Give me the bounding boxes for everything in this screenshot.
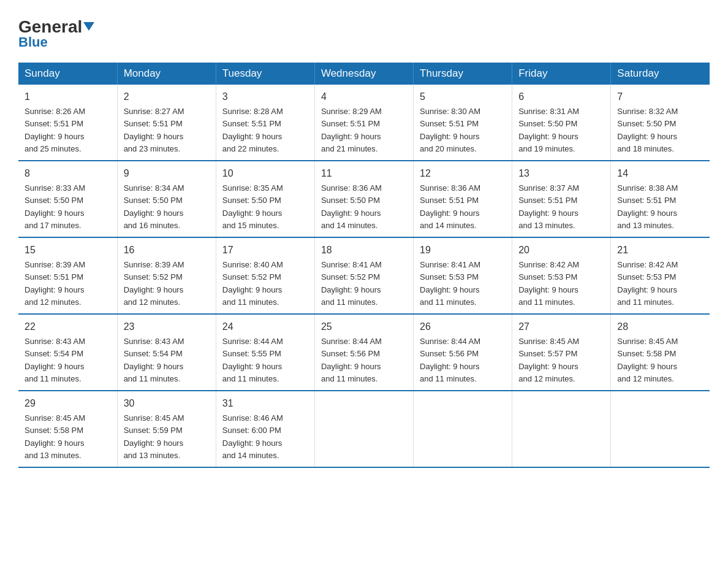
calendar-cell: 10Sunrise: 8:35 AMSunset: 5:50 PMDayligh… xyxy=(216,161,314,237)
header-monday: Monday xyxy=(117,63,216,85)
day-number: 24 xyxy=(222,320,308,334)
header-saturday: Saturday xyxy=(611,63,710,85)
day-number: 23 xyxy=(124,320,210,334)
day-info: Sunrise: 8:31 AMSunset: 5:50 PMDaylight:… xyxy=(518,107,579,153)
day-info: Sunrise: 8:37 AMSunset: 5:51 PMDaylight:… xyxy=(518,183,579,230)
calendar-cell: 31Sunrise: 8:46 AMSunset: 6:00 PMDayligh… xyxy=(216,391,314,467)
day-number: 4 xyxy=(321,90,407,104)
calendar-cell: 6Sunrise: 8:31 AMSunset: 5:50 PMDaylight… xyxy=(512,85,611,161)
day-info: Sunrise: 8:27 AMSunset: 5:51 PMDaylight:… xyxy=(124,107,184,153)
day-info: Sunrise: 8:42 AMSunset: 5:53 PMDaylight:… xyxy=(518,260,579,307)
day-number: 9 xyxy=(124,166,210,181)
day-number: 13 xyxy=(518,166,604,181)
day-number: 16 xyxy=(124,243,210,258)
calendar-cell: 3Sunrise: 8:28 AMSunset: 5:51 PMDaylight… xyxy=(216,85,314,161)
calendar-cell: 19Sunrise: 8:41 AMSunset: 5:53 PMDayligh… xyxy=(414,237,512,314)
day-number: 5 xyxy=(420,90,506,104)
day-info: Sunrise: 8:34 AMSunset: 5:50 PMDaylight:… xyxy=(124,183,184,230)
logo-blue: Blue xyxy=(18,34,48,50)
day-number: 7 xyxy=(617,90,703,104)
calendar-cell: 1Sunrise: 8:26 AMSunset: 5:51 PMDaylight… xyxy=(18,85,117,161)
calendar-cell: 17Sunrise: 8:40 AMSunset: 5:52 PMDayligh… xyxy=(216,237,314,314)
calendar-cell: 30Sunrise: 8:45 AMSunset: 5:59 PMDayligh… xyxy=(117,391,216,467)
day-number: 2 xyxy=(124,90,210,104)
day-number: 19 xyxy=(420,243,506,258)
day-info: Sunrise: 8:40 AMSunset: 5:52 PMDaylight:… xyxy=(222,260,283,307)
day-number: 28 xyxy=(617,320,703,334)
day-info: Sunrise: 8:32 AMSunset: 5:50 PMDaylight:… xyxy=(617,107,678,153)
day-info: Sunrise: 8:39 AMSunset: 5:51 PMDaylight:… xyxy=(25,260,85,307)
day-info: Sunrise: 8:41 AMSunset: 5:52 PMDaylight:… xyxy=(321,260,382,307)
week-row-3: 15Sunrise: 8:39 AMSunset: 5:51 PMDayligh… xyxy=(18,237,710,314)
day-info: Sunrise: 8:29 AMSunset: 5:51 PMDaylight:… xyxy=(321,107,382,153)
calendar-cell: 4Sunrise: 8:29 AMSunset: 5:51 PMDaylight… xyxy=(314,85,413,161)
calendar-cell: 8Sunrise: 8:33 AMSunset: 5:50 PMDaylight… xyxy=(18,161,117,237)
week-row-2: 8Sunrise: 8:33 AMSunset: 5:50 PMDaylight… xyxy=(18,161,710,237)
day-number: 1 xyxy=(25,90,111,104)
calendar-cell xyxy=(314,391,413,467)
logo-general: General xyxy=(18,18,94,36)
calendar-cell: 18Sunrise: 8:41 AMSunset: 5:52 PMDayligh… xyxy=(314,237,413,314)
day-number: 27 xyxy=(518,320,604,334)
day-info: Sunrise: 8:36 AMSunset: 5:50 PMDaylight:… xyxy=(321,183,382,230)
calendar-cell: 29Sunrise: 8:45 AMSunset: 5:58 PMDayligh… xyxy=(18,391,117,467)
week-row-5: 29Sunrise: 8:45 AMSunset: 5:58 PMDayligh… xyxy=(18,391,710,467)
calendar-cell: 24Sunrise: 8:44 AMSunset: 5:55 PMDayligh… xyxy=(216,314,314,391)
day-number: 3 xyxy=(222,90,308,104)
calendar-cell xyxy=(611,391,710,467)
day-info: Sunrise: 8:35 AMSunset: 5:50 PMDaylight:… xyxy=(222,183,283,230)
day-number: 11 xyxy=(321,166,407,181)
day-info: Sunrise: 8:44 AMSunset: 5:55 PMDaylight:… xyxy=(222,337,283,383)
day-number: 29 xyxy=(25,396,111,411)
day-number: 14 xyxy=(617,166,703,181)
day-info: Sunrise: 8:28 AMSunset: 5:51 PMDaylight:… xyxy=(222,107,283,153)
calendar-cell: 9Sunrise: 8:34 AMSunset: 5:50 PMDaylight… xyxy=(117,161,216,237)
day-info: Sunrise: 8:45 AMSunset: 5:57 PMDaylight:… xyxy=(518,337,579,383)
logo-triangle-icon xyxy=(83,22,94,31)
calendar-cell: 13Sunrise: 8:37 AMSunset: 5:51 PMDayligh… xyxy=(512,161,611,237)
calendar-cell: 14Sunrise: 8:38 AMSunset: 5:51 PMDayligh… xyxy=(611,161,710,237)
day-number: 22 xyxy=(25,320,111,334)
calendar-cell: 7Sunrise: 8:32 AMSunset: 5:50 PMDaylight… xyxy=(611,85,710,161)
day-info: Sunrise: 8:42 AMSunset: 5:53 PMDaylight:… xyxy=(617,260,678,307)
day-number: 31 xyxy=(222,396,308,411)
day-info: Sunrise: 8:45 AMSunset: 5:58 PMDaylight:… xyxy=(617,337,678,383)
day-info: Sunrise: 8:36 AMSunset: 5:51 PMDaylight:… xyxy=(420,183,480,230)
calendar-header-row: SundayMondayTuesdayWednesdayThursdayFrid… xyxy=(18,63,710,85)
header-tuesday: Tuesday xyxy=(216,63,314,85)
calendar-cell: 28Sunrise: 8:45 AMSunset: 5:58 PMDayligh… xyxy=(611,314,710,391)
header-sunday: Sunday xyxy=(18,63,117,85)
day-info: Sunrise: 8:44 AMSunset: 5:56 PMDaylight:… xyxy=(420,337,480,383)
calendar-cell xyxy=(414,391,512,467)
day-number: 15 xyxy=(25,243,111,258)
calendar-cell: 5Sunrise: 8:30 AMSunset: 5:51 PMDaylight… xyxy=(414,85,512,161)
calendar-cell: 15Sunrise: 8:39 AMSunset: 5:51 PMDayligh… xyxy=(18,237,117,314)
calendar-cell: 20Sunrise: 8:42 AMSunset: 5:53 PMDayligh… xyxy=(512,237,611,314)
day-number: 20 xyxy=(518,243,604,258)
calendar-cell: 12Sunrise: 8:36 AMSunset: 5:51 PMDayligh… xyxy=(414,161,512,237)
day-info: Sunrise: 8:43 AMSunset: 5:54 PMDaylight:… xyxy=(124,337,184,383)
day-number: 17 xyxy=(222,243,308,258)
day-info: Sunrise: 8:45 AMSunset: 5:59 PMDaylight:… xyxy=(124,413,184,460)
day-number: 18 xyxy=(321,243,407,258)
page-header: General Blue xyxy=(18,18,710,50)
calendar-cell: 2Sunrise: 8:27 AMSunset: 5:51 PMDaylight… xyxy=(117,85,216,161)
day-number: 30 xyxy=(124,396,210,411)
day-info: Sunrise: 8:44 AMSunset: 5:56 PMDaylight:… xyxy=(321,337,382,383)
day-number: 21 xyxy=(617,243,703,258)
header-wednesday: Wednesday xyxy=(314,63,413,85)
day-number: 8 xyxy=(25,166,111,181)
calendar-cell: 11Sunrise: 8:36 AMSunset: 5:50 PMDayligh… xyxy=(314,161,413,237)
day-info: Sunrise: 8:45 AMSunset: 5:58 PMDaylight:… xyxy=(25,413,85,460)
day-info: Sunrise: 8:38 AMSunset: 5:51 PMDaylight:… xyxy=(617,183,678,230)
week-row-4: 22Sunrise: 8:43 AMSunset: 5:54 PMDayligh… xyxy=(18,314,710,391)
calendar-cell: 16Sunrise: 8:39 AMSunset: 5:52 PMDayligh… xyxy=(117,237,216,314)
day-info: Sunrise: 8:46 AMSunset: 6:00 PMDaylight:… xyxy=(222,413,283,460)
day-number: 6 xyxy=(518,90,604,104)
week-row-1: 1Sunrise: 8:26 AMSunset: 5:51 PMDaylight… xyxy=(18,85,710,161)
header-friday: Friday xyxy=(512,63,611,85)
day-info: Sunrise: 8:30 AMSunset: 5:51 PMDaylight:… xyxy=(420,107,480,153)
calendar-cell: 23Sunrise: 8:43 AMSunset: 5:54 PMDayligh… xyxy=(117,314,216,391)
logo: General Blue xyxy=(18,18,94,50)
calendar-cell xyxy=(512,391,611,467)
